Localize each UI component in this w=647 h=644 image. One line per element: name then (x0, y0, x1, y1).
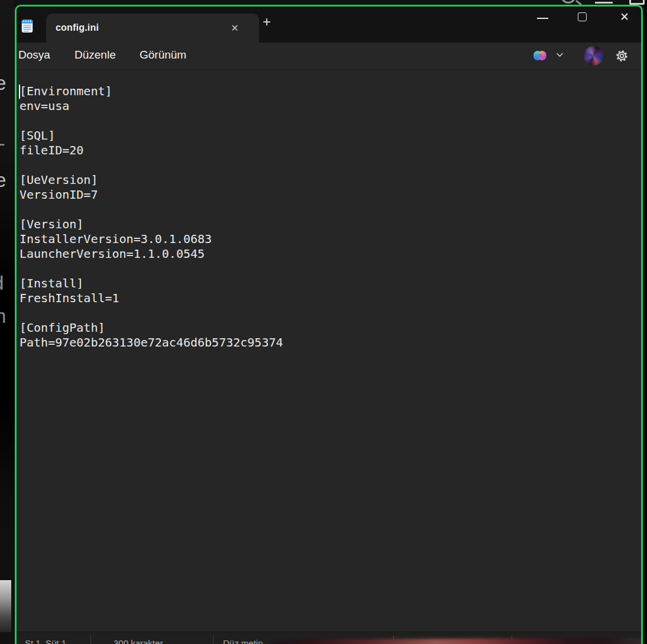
menu-item-dosya[interactable]: Dosya (18, 48, 50, 62)
editor-content: [Environment] env=usa [SQL] fileID=20 [U… (17, 70, 641, 350)
background-letter-fragment: n (0, 305, 6, 328)
notepad-window: config.ini ✕ + ✕ Dosya Düzenle Görünüm (15, 5, 643, 644)
copilot-icon (532, 48, 548, 63)
status-divider (213, 635, 213, 644)
menu-item-gorunum[interactable]: Görünüm (140, 48, 186, 62)
background-letter-fragment: e (0, 169, 6, 192)
tab-config-ini[interactable]: config.ini ✕ (46, 14, 259, 43)
text-caret (19, 85, 20, 99)
tab-title: config.ini (56, 22, 99, 33)
background-window-fragment (0, 580, 11, 632)
minimize-icon[interactable] (537, 18, 548, 19)
tab-close-icon[interactable]: ✕ (227, 21, 242, 36)
menu-bar: Dosya Düzenle Görünüm (17, 43, 641, 70)
menu-item-duzenle[interactable]: Düzenle (75, 48, 116, 62)
status-document-format: Düz metin (223, 638, 263, 644)
maximize-icon[interactable] (578, 12, 587, 21)
background-letter-fragment: d (0, 272, 4, 295)
notepad-icon (21, 19, 33, 33)
background-minimize-fragment (595, 2, 613, 4)
status-cursor-position: St 1, Süt 1 (25, 638, 66, 644)
background-letter-fragment: L (0, 128, 5, 150)
background-maximize-fragment (629, 0, 645, 5)
status-divider (90, 635, 91, 644)
gear-icon[interactable] (615, 49, 629, 63)
new-tab-button[interactable]: + (258, 13, 276, 31)
close-icon[interactable]: ✕ (617, 8, 632, 26)
background-right-strip (643, 0, 647, 644)
title-bar: config.ini ✕ + ✕ (17, 7, 641, 43)
chevron-down-icon (556, 52, 564, 57)
status-character-count: 300 karakter (114, 638, 163, 644)
text-editor-area[interactable]: [Environment] env=usa [SQL] fileID=20 [U… (17, 70, 641, 632)
account-avatar[interactable] (584, 46, 603, 66)
copilot-button[interactable] (532, 48, 569, 64)
background-letter-fragment: e (0, 72, 6, 95)
